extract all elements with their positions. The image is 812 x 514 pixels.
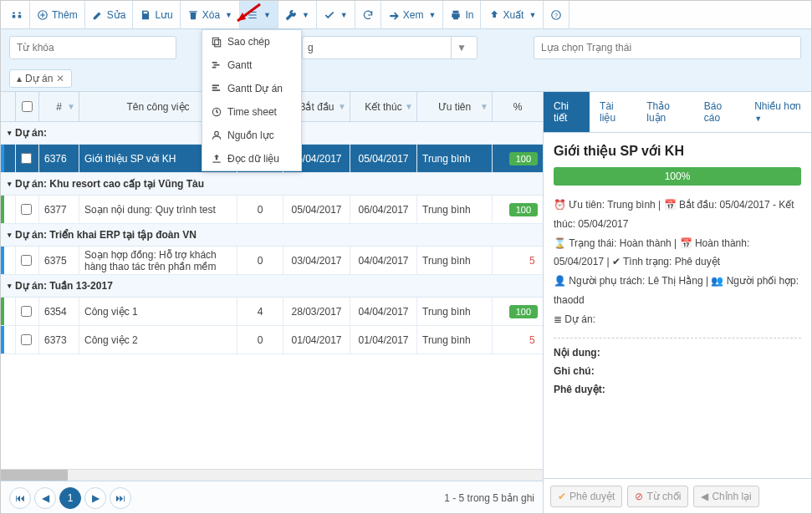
svg-rect-9 — [212, 87, 217, 89]
wrench-icon — [285, 9, 297, 21]
list-dropdown: Sao chép Gantt Gantt Dự án Time sheet Ng… — [202, 29, 302, 171]
save-icon — [140, 9, 151, 21]
svg-rect-5 — [212, 62, 217, 64]
help-button[interactable]: ? — [544, 1, 569, 28]
pencil-icon — [92, 9, 104, 21]
print-icon — [450, 9, 462, 21]
plus-circle-icon — [37, 9, 49, 21]
col-id[interactable]: #▼ — [39, 92, 79, 121]
filter-icon[interactable]: ▼ — [405, 102, 413, 111]
delete-button[interactable]: Xóa▼ — [181, 1, 240, 28]
question-icon: ? — [550, 9, 562, 21]
menu-timesheet[interactable]: Time sheet — [202, 100, 301, 124]
edit-button[interactable]: Sửa — [85, 1, 134, 28]
row-checkbox[interactable] — [21, 255, 32, 266]
pheduyet-label: Phê duyệt: — [554, 384, 801, 395]
svg-rect-4 — [215, 40, 221, 47]
trash-icon — [187, 9, 199, 21]
pager-next[interactable]: ▶ — [84, 487, 106, 509]
detail-panel: Chi tiết Tài liệu Thảo luận Báo cáo Nhiề… — [544, 92, 811, 514]
group-row[interactable]: ▾ Dự án: Triển khai ERP tại tập đoàn VN — [1, 224, 543, 247]
tab-nhieuhon[interactable]: Nhiều hơn ▼ — [744, 92, 811, 132]
print-button[interactable]: In — [443, 1, 481, 28]
share-icon — [488, 9, 499, 21]
col-mark — [1, 92, 16, 121]
approve-button[interactable]: ✔Phê duyệt — [550, 486, 622, 507]
tab-chitiet[interactable]: Chi tiết — [544, 92, 590, 132]
project-chip[interactable]: ▴ Dự án ✕ — [9, 69, 72, 88]
filter-icon[interactable]: ▼ — [67, 102, 75, 111]
svg-rect-8 — [212, 84, 219, 86]
svg-rect-10 — [212, 89, 220, 91]
noidung-label: Nội dung: — [554, 347, 801, 359]
svg-text:?: ? — [554, 12, 558, 18]
user-icon — [211, 130, 222, 141]
detail-content: Giới thiệu SP với KH 100% ⏰ Ưu tiên: Tru… — [544, 133, 811, 478]
tab-tailieu[interactable]: Tài liệu — [590, 92, 636, 132]
grid-body[interactable]: ▾ Dự án:6376Giới thiệu SP với KH105/04/2… — [1, 122, 543, 469]
row-checkbox[interactable] — [21, 306, 32, 317]
row-checkbox[interactable] — [21, 153, 32, 164]
table-row[interactable]: 6354Công việc 1428/03/201704/04/2017Trun… — [1, 298, 543, 326]
svg-point-12 — [215, 131, 219, 135]
caret-icon: ▼ — [452, 42, 472, 53]
col-checkbox[interactable] — [16, 92, 39, 121]
pager-last[interactable]: ⏭ — [110, 487, 131, 509]
pager-info: 1 - 5 trong 5 bản ghi — [444, 492, 534, 504]
filter-icon[interactable]: ▼ — [480, 102, 488, 111]
row-checkbox[interactable] — [21, 334, 32, 345]
list-menu-button[interactable]: ▼ — [240, 1, 278, 28]
reject-button[interactable]: ⊘Từ chối — [627, 486, 688, 507]
search-row: g ▼ — [1, 29, 811, 66]
col-end[interactable]: Kết thúc▼ — [350, 92, 417, 121]
export-button[interactable]: Xuất▼ — [481, 1, 544, 28]
toolbar: Thêm Sửa Lưu Xóa▼ ▼ ▼ ▼ Xem▼ In Xuất▼ ? — [1, 1, 811, 29]
add-label: Thêm — [52, 9, 78, 21]
check-menu-button[interactable]: ▼ — [317, 1, 355, 28]
menu-saochep[interactable]: Sao chép — [202, 30, 301, 53]
binoculars-button[interactable] — [4, 1, 30, 28]
pager: ⏮ ◀ 1 ▶ ⏭ — [9, 487, 131, 509]
status-select[interactable] — [534, 36, 801, 59]
refresh-button[interactable] — [355, 1, 381, 28]
gantt-icon — [211, 59, 222, 71]
group-row[interactable]: ▾ Dự án: Khu resort cao cấp tại Vũng Tàu — [1, 173, 543, 196]
pager-current[interactable]: 1 — [59, 487, 81, 509]
refresh-icon — [362, 9, 374, 21]
filter-icon[interactable]: ▼ — [338, 102, 346, 111]
row-checkbox[interactable] — [21, 204, 32, 215]
tab-thaoluan[interactable]: Thảo luận — [636, 92, 694, 132]
menu-gantt[interactable]: Gantt — [202, 53, 301, 77]
pager-prev[interactable]: ◀ — [34, 487, 56, 509]
partial-select[interactable]: g ▼ — [302, 36, 477, 59]
add-button[interactable]: Thêm — [30, 1, 85, 28]
menu-gantt-duan[interactable]: Gantt Dự án — [202, 77, 301, 100]
h-scrollbar[interactable] — [1, 469, 543, 481]
gantt-project-icon — [211, 83, 222, 94]
table-row[interactable]: 6375Soạn hợp đồng: Hỗ trợ khách hàng tha… — [1, 247, 543, 275]
keyword-input[interactable] — [9, 36, 176, 59]
copy-icon — [211, 36, 222, 48]
tools-menu-button[interactable]: ▼ — [278, 1, 317, 28]
col-priority[interactable]: Ưu tiên▼ — [417, 92, 493, 121]
binoculars-icon — [11, 9, 23, 21]
check-icon — [324, 9, 335, 21]
clock-icon — [211, 106, 222, 118]
arrow-right-icon — [388, 9, 400, 21]
table-row[interactable]: 6373Công việc 2001/04/201701/04/2017Trun… — [1, 326, 543, 354]
col-percent[interactable]: % — [493, 92, 543, 121]
view-button[interactable]: Xem▼ — [381, 1, 444, 28]
group-row[interactable]: ▾ Dự án: Tuần 13-2017 — [1, 275, 543, 298]
caret-icon: ▴ — [17, 73, 22, 84]
close-icon[interactable]: ✕ — [56, 73, 64, 84]
save-button[interactable]: Lưu — [133, 1, 180, 28]
menu-nguonluc[interactable]: Nguồn lực — [202, 124, 301, 147]
table-row[interactable]: 6377Soạn nội dung: Quy trình test005/04/… — [1, 196, 543, 224]
pager-first[interactable]: ⏮ — [9, 487, 31, 509]
svg-rect-3 — [212, 38, 218, 44]
menu-docdulieu[interactable]: Đọc dữ liệu — [202, 147, 301, 170]
tab-baocao[interactable]: Báo cáo — [694, 92, 744, 132]
filter-tabs: ▴ Dự án ✕ — [1, 66, 811, 92]
caret-icon: ▼ — [225, 11, 232, 19]
revise-button[interactable]: ◀Chỉnh lại — [693, 486, 758, 507]
